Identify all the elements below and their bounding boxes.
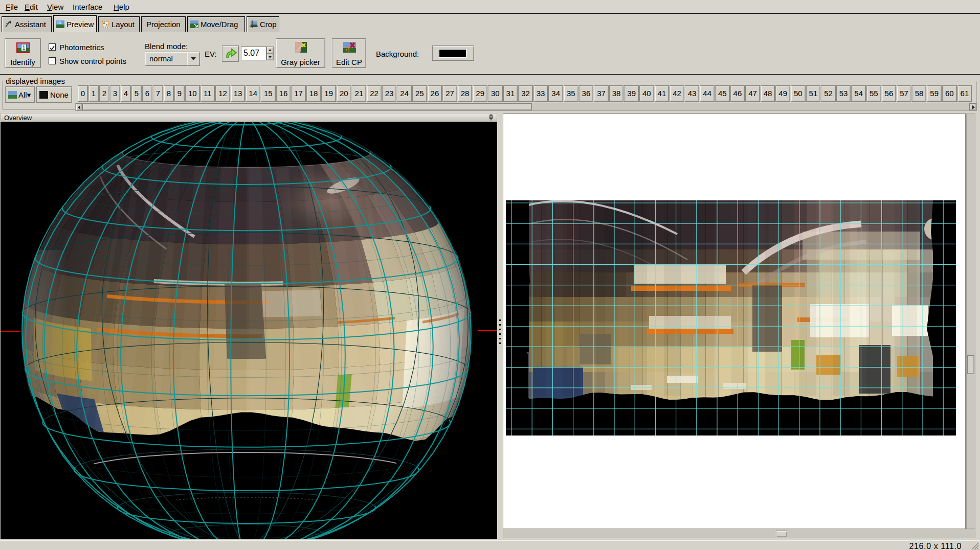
svg-text:GL: GL: [57, 21, 62, 25]
